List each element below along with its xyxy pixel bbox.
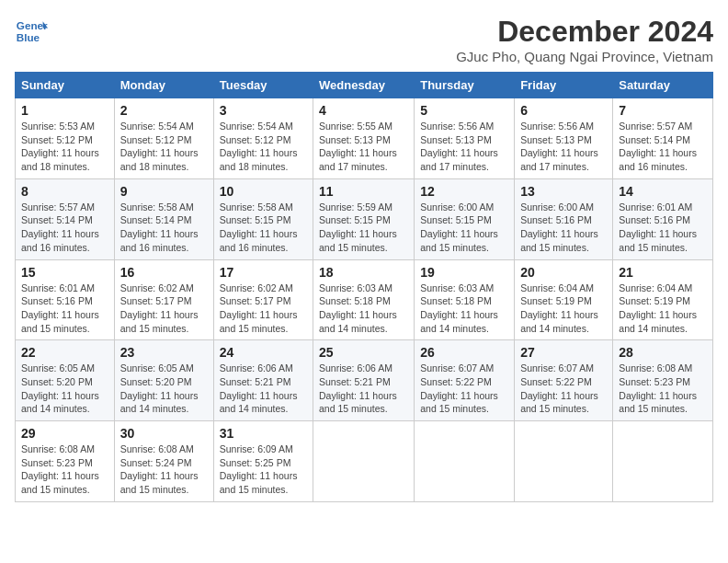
- day-cell: 21Sunrise: 6:04 AM Sunset: 5:19 PM Dayli…: [613, 259, 713, 340]
- day-cell: 29Sunrise: 6:08 AM Sunset: 5:23 PM Dayli…: [16, 421, 115, 502]
- day-number: 29: [21, 426, 108, 441]
- day-number: 12: [420, 184, 508, 199]
- day-number: 13: [520, 184, 607, 199]
- day-cell: 4Sunrise: 5:55 AM Sunset: 5:13 PM Daylig…: [313, 98, 415, 179]
- day-info: Sunrise: 5:55 AM Sunset: 5:13 PM Dayligh…: [319, 120, 408, 174]
- day-info: Sunrise: 5:53 AM Sunset: 5:12 PM Dayligh…: [21, 120, 108, 174]
- day-info: Sunrise: 6:08 AM Sunset: 5:23 PM Dayligh…: [619, 362, 707, 416]
- day-cell: [415, 421, 515, 502]
- day-cell: 18Sunrise: 6:03 AM Sunset: 5:18 PM Dayli…: [313, 259, 415, 340]
- day-info: Sunrise: 5:58 AM Sunset: 5:14 PM Dayligh…: [120, 201, 208, 255]
- day-number: 11: [319, 184, 408, 199]
- day-info: Sunrise: 5:56 AM Sunset: 5:13 PM Dayligh…: [520, 120, 607, 174]
- day-cell: [613, 421, 713, 502]
- day-info: Sunrise: 6:08 AM Sunset: 5:23 PM Dayligh…: [21, 442, 108, 497]
- day-number: 23: [120, 345, 208, 360]
- day-number: 4: [319, 103, 408, 118]
- day-info: Sunrise: 5:54 AM Sunset: 5:12 PM Dayligh…: [120, 120, 208, 174]
- day-number: 8: [21, 184, 108, 199]
- day-info: Sunrise: 5:58 AM Sunset: 5:15 PM Dayligh…: [220, 201, 307, 255]
- day-cell: 9Sunrise: 5:58 AM Sunset: 5:14 PM Daylig…: [114, 178, 213, 259]
- day-cell: 11Sunrise: 5:59 AM Sunset: 5:15 PM Dayli…: [313, 178, 415, 259]
- day-info: Sunrise: 6:00 AM Sunset: 5:15 PM Dayligh…: [420, 201, 508, 255]
- day-cell: 12Sunrise: 6:00 AM Sunset: 5:15 PM Dayli…: [415, 178, 515, 259]
- day-info: Sunrise: 6:08 AM Sunset: 5:24 PM Dayligh…: [120, 442, 208, 497]
- week-row-3: 15Sunrise: 6:01 AM Sunset: 5:16 PM Dayli…: [16, 259, 713, 340]
- day-cell: 8Sunrise: 5:57 AM Sunset: 5:14 PM Daylig…: [16, 178, 115, 259]
- day-cell: 23Sunrise: 6:05 AM Sunset: 5:20 PM Dayli…: [114, 340, 213, 421]
- day-number: 24: [220, 345, 307, 360]
- day-cell: 5Sunrise: 5:56 AM Sunset: 5:13 PM Daylig…: [415, 98, 515, 179]
- day-cell: 22Sunrise: 6:05 AM Sunset: 5:20 PM Dayli…: [16, 340, 115, 421]
- day-info: Sunrise: 5:57 AM Sunset: 5:14 PM Dayligh…: [21, 201, 108, 255]
- day-cell: 7Sunrise: 5:57 AM Sunset: 5:14 PM Daylig…: [613, 98, 713, 179]
- day-cell: 2Sunrise: 5:54 AM Sunset: 5:12 PM Daylig…: [114, 98, 213, 179]
- logo-icon: General Blue: [15, 15, 48, 48]
- header-cell-wednesday: Wednesday: [313, 73, 415, 98]
- day-number: 7: [619, 103, 707, 118]
- day-cell: 3Sunrise: 5:54 AM Sunset: 5:12 PM Daylig…: [213, 98, 313, 179]
- svg-text:Blue: Blue: [17, 31, 40, 43]
- logo: General Blue: [15, 15, 48, 48]
- day-number: 17: [220, 265, 307, 280]
- day-cell: 14Sunrise: 6:01 AM Sunset: 5:16 PM Dayli…: [613, 178, 713, 259]
- day-number: 20: [520, 265, 607, 280]
- month-title: December 2024: [456, 15, 713, 49]
- day-cell: 26Sunrise: 6:07 AM Sunset: 5:22 PM Dayli…: [415, 340, 515, 421]
- day-info: Sunrise: 5:57 AM Sunset: 5:14 PM Dayligh…: [619, 120, 707, 174]
- day-info: Sunrise: 6:06 AM Sunset: 5:21 PM Dayligh…: [319, 362, 408, 416]
- day-number: 27: [520, 345, 607, 360]
- week-row-2: 8Sunrise: 5:57 AM Sunset: 5:14 PM Daylig…: [16, 178, 713, 259]
- day-info: Sunrise: 6:03 AM Sunset: 5:18 PM Dayligh…: [420, 282, 508, 336]
- day-cell: 16Sunrise: 6:02 AM Sunset: 5:17 PM Dayli…: [114, 259, 213, 340]
- day-number: 31: [220, 426, 307, 441]
- day-cell: 30Sunrise: 6:08 AM Sunset: 5:24 PM Dayli…: [114, 421, 213, 502]
- day-number: 22: [21, 345, 108, 360]
- day-number: 15: [21, 265, 108, 280]
- day-info: Sunrise: 6:05 AM Sunset: 5:20 PM Dayligh…: [21, 362, 108, 416]
- day-cell: 20Sunrise: 6:04 AM Sunset: 5:19 PM Dayli…: [515, 259, 613, 340]
- day-info: Sunrise: 6:07 AM Sunset: 5:22 PM Dayligh…: [520, 362, 607, 416]
- day-number: 6: [520, 103, 607, 118]
- day-number: 30: [120, 426, 208, 441]
- day-number: 25: [319, 345, 408, 360]
- day-number: 1: [21, 103, 108, 118]
- day-info: Sunrise: 6:01 AM Sunset: 5:16 PM Dayligh…: [21, 282, 108, 336]
- day-info: Sunrise: 6:02 AM Sunset: 5:17 PM Dayligh…: [120, 282, 208, 336]
- day-cell: [515, 421, 613, 502]
- day-info: Sunrise: 6:03 AM Sunset: 5:18 PM Dayligh…: [319, 282, 408, 336]
- day-info: Sunrise: 6:02 AM Sunset: 5:17 PM Dayligh…: [220, 282, 307, 336]
- day-number: 28: [619, 345, 707, 360]
- day-cell: [313, 421, 415, 502]
- day-cell: 31Sunrise: 6:09 AM Sunset: 5:25 PM Dayli…: [213, 421, 313, 502]
- day-info: Sunrise: 6:06 AM Sunset: 5:21 PM Dayligh…: [220, 362, 307, 416]
- day-cell: 15Sunrise: 6:01 AM Sunset: 5:16 PM Dayli…: [16, 259, 115, 340]
- day-cell: 25Sunrise: 6:06 AM Sunset: 5:21 PM Dayli…: [313, 340, 415, 421]
- day-info: Sunrise: 6:07 AM Sunset: 5:22 PM Dayligh…: [420, 362, 508, 416]
- day-info: Sunrise: 6:01 AM Sunset: 5:16 PM Dayligh…: [619, 201, 707, 255]
- page-header: General Blue December 2024 GJuc Pho, Qua…: [15, 15, 713, 64]
- header-cell-sunday: Sunday: [16, 73, 115, 98]
- header-cell-saturday: Saturday: [613, 73, 713, 98]
- header-cell-monday: Monday: [114, 73, 213, 98]
- header-cell-friday: Friday: [515, 73, 613, 98]
- day-info: Sunrise: 5:59 AM Sunset: 5:15 PM Dayligh…: [319, 201, 408, 255]
- day-info: Sunrise: 5:56 AM Sunset: 5:13 PM Dayligh…: [420, 120, 508, 174]
- day-info: Sunrise: 6:09 AM Sunset: 5:25 PM Dayligh…: [220, 442, 307, 497]
- day-cell: 24Sunrise: 6:06 AM Sunset: 5:21 PM Dayli…: [213, 340, 313, 421]
- day-cell: 19Sunrise: 6:03 AM Sunset: 5:18 PM Dayli…: [415, 259, 515, 340]
- day-number: 3: [220, 103, 307, 118]
- day-info: Sunrise: 5:54 AM Sunset: 5:12 PM Dayligh…: [220, 120, 307, 174]
- header-row: SundayMondayTuesdayWednesdayThursdayFrid…: [16, 73, 713, 98]
- day-cell: 13Sunrise: 6:00 AM Sunset: 5:16 PM Dayli…: [515, 178, 613, 259]
- day-cell: 28Sunrise: 6:08 AM Sunset: 5:23 PM Dayli…: [613, 340, 713, 421]
- day-number: 2: [120, 103, 208, 118]
- week-row-4: 22Sunrise: 6:05 AM Sunset: 5:20 PM Dayli…: [16, 340, 713, 421]
- day-info: Sunrise: 6:00 AM Sunset: 5:16 PM Dayligh…: [520, 201, 607, 255]
- calendar-table: SundayMondayTuesdayWednesdayThursdayFrid…: [15, 72, 713, 502]
- day-number: 9: [120, 184, 208, 199]
- title-area: December 2024 GJuc Pho, Quang Ngai Provi…: [456, 15, 713, 64]
- day-cell: 6Sunrise: 5:56 AM Sunset: 5:13 PM Daylig…: [515, 98, 613, 179]
- location-title: GJuc Pho, Quang Ngai Province, Vietnam: [456, 49, 713, 64]
- day-info: Sunrise: 6:04 AM Sunset: 5:19 PM Dayligh…: [619, 282, 707, 336]
